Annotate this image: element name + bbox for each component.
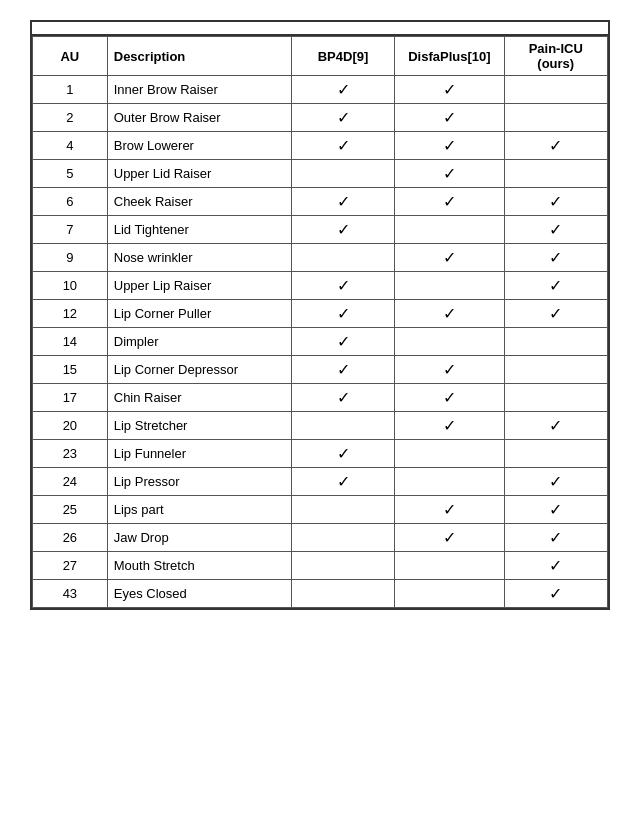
cell-disfa: [395, 440, 504, 468]
cell-description: Inner Brow Raiser: [107, 76, 291, 104]
cell-pain: ✓: [504, 216, 608, 244]
cell-au: 17: [33, 384, 108, 412]
cell-bp4d: [291, 496, 395, 524]
cell-pain: [504, 76, 608, 104]
cell-description: Eyes Closed: [107, 580, 291, 608]
cell-pain: ✓: [504, 272, 608, 300]
header-au: AU: [33, 37, 108, 76]
cell-au: 6: [33, 188, 108, 216]
cell-au: 4: [33, 132, 108, 160]
cell-disfa: ✓: [395, 300, 504, 328]
cell-pain: [504, 356, 608, 384]
cell-disfa: ✓: [395, 132, 504, 160]
cell-au: 14: [33, 328, 108, 356]
table-row: 12Lip Corner Puller✓✓✓: [33, 300, 608, 328]
table-row: 27Mouth Stretch✓: [33, 552, 608, 580]
cell-disfa: ✓: [395, 244, 504, 272]
cell-bp4d: ✓: [291, 440, 395, 468]
cell-bp4d: ✓: [291, 132, 395, 160]
table-row: 7Lid Tightener✓✓: [33, 216, 608, 244]
cell-description: Lip Corner Puller: [107, 300, 291, 328]
cell-description: Lip Funneler: [107, 440, 291, 468]
cell-disfa: ✓: [395, 384, 504, 412]
cell-bp4d: ✓: [291, 468, 395, 496]
cell-pain: [504, 384, 608, 412]
cell-au: 27: [33, 552, 108, 580]
cell-pain: ✓: [504, 496, 608, 524]
table-row: 4Brow Lowerer✓✓✓: [33, 132, 608, 160]
cell-pain: [504, 440, 608, 468]
cell-au: 24: [33, 468, 108, 496]
cell-description: Brow Lowerer: [107, 132, 291, 160]
cell-au: 7: [33, 216, 108, 244]
cell-disfa: ✓: [395, 412, 504, 440]
table-row: 25Lips part✓✓: [33, 496, 608, 524]
cell-disfa: [395, 580, 504, 608]
cell-description: Dimpler: [107, 328, 291, 356]
cell-bp4d: [291, 160, 395, 188]
cell-description: Lips part: [107, 496, 291, 524]
cell-disfa: [395, 328, 504, 356]
cell-description: Jaw Drop: [107, 524, 291, 552]
table-title: [32, 22, 608, 36]
cell-au: 26: [33, 524, 108, 552]
table-row: 17Chin Raiser✓✓: [33, 384, 608, 412]
cell-disfa: ✓: [395, 524, 504, 552]
table-row: 23Lip Funneler✓: [33, 440, 608, 468]
cell-au: 9: [33, 244, 108, 272]
table-body: 1Inner Brow Raiser✓✓2Outer Brow Raiser✓✓…: [33, 76, 608, 608]
cell-bp4d: [291, 412, 395, 440]
cell-au: 25: [33, 496, 108, 524]
table-row: 10Upper Lip Raiser✓✓: [33, 272, 608, 300]
header-disfa: DisfaPlus[10]: [395, 37, 504, 76]
cell-au: 1: [33, 76, 108, 104]
cell-pain: [504, 160, 608, 188]
cell-bp4d: ✓: [291, 188, 395, 216]
cell-description: Mouth Stretch: [107, 552, 291, 580]
table-row: 26Jaw Drop✓✓: [33, 524, 608, 552]
cell-bp4d: ✓: [291, 356, 395, 384]
cell-bp4d: ✓: [291, 328, 395, 356]
cell-bp4d: ✓: [291, 300, 395, 328]
cell-pain: ✓: [504, 468, 608, 496]
cell-disfa: [395, 272, 504, 300]
table-row: 2Outer Brow Raiser✓✓: [33, 104, 608, 132]
cell-pain: ✓: [504, 188, 608, 216]
cell-description: Lip Stretcher: [107, 412, 291, 440]
cell-description: Lip Corner Depressor: [107, 356, 291, 384]
cell-au: 20: [33, 412, 108, 440]
cell-au: 15: [33, 356, 108, 384]
table-row: 1Inner Brow Raiser✓✓: [33, 76, 608, 104]
table-row: 43Eyes Closed✓: [33, 580, 608, 608]
cell-bp4d: [291, 552, 395, 580]
cell-bp4d: ✓: [291, 76, 395, 104]
cell-au: 12: [33, 300, 108, 328]
table-row: 15Lip Corner Depressor✓✓: [33, 356, 608, 384]
cell-bp4d: ✓: [291, 272, 395, 300]
cell-au: 43: [33, 580, 108, 608]
cell-description: Lid Tightener: [107, 216, 291, 244]
table-header-row: AU Description BP4D[9] DisfaPlus[10] Pai…: [33, 37, 608, 76]
cell-description: Upper Lip Raiser: [107, 272, 291, 300]
cell-disfa: [395, 216, 504, 244]
cell-description: Nose wrinkler: [107, 244, 291, 272]
cell-pain: [504, 104, 608, 132]
cell-disfa: ✓: [395, 188, 504, 216]
table-row: 20Lip Stretcher✓✓: [33, 412, 608, 440]
cell-au: 23: [33, 440, 108, 468]
cell-description: Chin Raiser: [107, 384, 291, 412]
cell-pain: ✓: [504, 412, 608, 440]
cell-bp4d: ✓: [291, 384, 395, 412]
cell-disfa: ✓: [395, 356, 504, 384]
table-row: 6Cheek Raiser✓✓✓: [33, 188, 608, 216]
header-description: Description: [107, 37, 291, 76]
cell-au: 10: [33, 272, 108, 300]
cell-description: Cheek Raiser: [107, 188, 291, 216]
cell-au: 5: [33, 160, 108, 188]
cell-disfa: [395, 468, 504, 496]
cell-pain: ✓: [504, 580, 608, 608]
cell-bp4d: [291, 244, 395, 272]
cell-disfa: ✓: [395, 104, 504, 132]
cell-bp4d: [291, 580, 395, 608]
cell-pain: ✓: [504, 132, 608, 160]
